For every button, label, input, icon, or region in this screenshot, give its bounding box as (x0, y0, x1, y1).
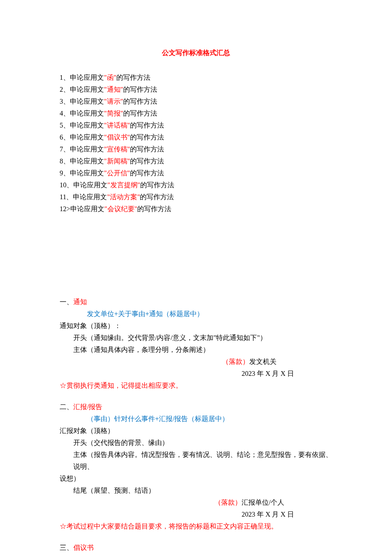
toc-keyword: 发言提纲 (110, 181, 138, 189)
toc-pre: 申论应用文 (70, 86, 104, 93)
section-1-note: ☆贯彻执行类通知，记得提出相应要求。 (60, 380, 332, 392)
toc-item: 9、申论应用文"公开信"的写作方法 (60, 167, 332, 179)
toc-keyword: 请示 (107, 98, 121, 105)
toc-num: 1、 (60, 74, 70, 81)
toc-suffix: 的写作方法 (130, 145, 164, 153)
toc-keyword: 通知 (107, 86, 121, 93)
section-2-sign-value: 汇报单位/个人 (242, 499, 284, 506)
toc-item: 3、申论应用文"请示"的写作方法 (60, 96, 332, 108)
section-1-signature: （落款）发文机关 (60, 356, 332, 368)
toc-num: 5、 (60, 122, 70, 129)
toc-suffix: 的写作方法 (130, 122, 164, 129)
toc-item: 6、申论应用文"倡议书"的写作方法 (60, 131, 332, 143)
toc-pre: 申论应用文 (70, 74, 104, 81)
toc-item: 2、申论应用文"通知"的写作方法 (60, 84, 332, 96)
section-2-kw: 汇报/报告 (73, 403, 102, 410)
toc-pre: 申论应用文 (70, 169, 104, 177)
section-3-num: 三、 (60, 544, 73, 551)
section-1-title-format: 发文单位+关于事由+通知（标题居中） (60, 308, 332, 320)
toc-num: 4、 (60, 110, 70, 117)
toc-item: 1、申论应用文"函"的写作方法 (60, 72, 332, 84)
section-1-target: 通知对象（顶格）： (60, 320, 332, 332)
toc-pre: 申论应用文 (70, 157, 104, 165)
toc-item: 5、申论应用文"讲话稿"的写作方法 (60, 119, 332, 131)
page: 公文写作标准格式汇总 1、申论应用文"函"的写作方法2、申论应用文"通知"的写作… (0, 0, 392, 555)
section-1-opening: 开头（通知缘由。交代背景/内容/意义，文末加"特此通知如下"） (60, 332, 332, 344)
toc-num: 9、 (60, 169, 70, 177)
toc-item: 4、申论应用文"简报"的写作方法 (60, 108, 332, 119)
toc-suffix: 的写作方法 (116, 74, 150, 81)
toc-item: 10、申论应用文"发言提纲"的写作方法 (60, 179, 332, 191)
toc-list: 1、申论应用文"函"的写作方法2、申论应用文"通知"的写作方法3、申论应用文"请… (60, 72, 332, 215)
toc-suffix: 的写作方法 (130, 169, 164, 177)
toc-item: 12>申论应用文"会议纪要"的写作方法 (60, 203, 332, 215)
toc-num: 8、 (60, 157, 70, 165)
toc-suffix: 的写作方法 (130, 157, 164, 165)
toc-pre: 申论应用文 (70, 122, 104, 129)
section-1-sign-label: （落款） (222, 358, 249, 365)
toc-pre: 申论应用文 (70, 98, 104, 105)
section-2-title-format: （事由）针对什么事件+汇报/报告（标题居中） (60, 413, 332, 425)
toc-suffix: 的写作方法 (140, 181, 174, 189)
toc-keyword: 函 (107, 74, 114, 81)
toc-keyword: 会议纪要 (107, 205, 135, 212)
toc-suffix: 的写作方法 (140, 193, 174, 200)
toc-suffix: 的写作方法 (123, 98, 157, 105)
toc-item: 11、申论应用文"活动方案"的写作方法 (60, 191, 332, 203)
toc-keyword: 公开信 (107, 169, 127, 177)
toc-pre: 申论应用文 (70, 205, 104, 212)
toc-num: 6、 (60, 134, 70, 141)
section-2-sign-label: （落款） (214, 499, 242, 506)
section-3-heading: 三、倡议书 (60, 542, 332, 554)
section-1-sign-value: 发文机关 (249, 358, 277, 365)
toc-pre: 申论应用文 (73, 193, 107, 200)
toc-pre: 申论应用文 (70, 134, 104, 141)
doc-title: 公文写作标准格式汇总 (60, 47, 332, 59)
section-2-note: ☆考试过程中大家要结合题目要求，将报告的标题和正文内容正确呈现。 (60, 520, 332, 532)
section-1-kw: 通知 (73, 298, 87, 305)
section-2-body-line1: 主体（报告具体内容。情况型报告，要有情况、说明、结论；意见型报告，要有依据、说明… (60, 449, 332, 473)
toc-keyword: 宣传稿 (107, 145, 127, 153)
section-2-ending: 结尾（展望、预测、结语） (60, 485, 332, 497)
toc-num: 2、 (60, 86, 70, 93)
section-1-num: 一、 (60, 298, 73, 305)
section-2-num: 二、 (60, 403, 73, 410)
toc-keyword: 讲话稿 (107, 122, 127, 129)
toc-suffix: 的写作方法 (137, 205, 171, 212)
toc-suffix: 的写作方法 (123, 86, 157, 93)
section-2-heading: 二、汇报/报告 (60, 401, 332, 413)
toc-keyword: 倡议书 (107, 134, 127, 141)
section-2-target: 汇报对象（顶格） (60, 425, 332, 437)
toc-pre: 申论应用文 (70, 145, 104, 153)
section-2-body-line2: 设想） (60, 473, 332, 485)
toc-pre: 申论应用文 (73, 181, 107, 189)
toc-keyword: 活动方案 (110, 193, 137, 200)
toc-num: 12> (60, 205, 70, 212)
toc-keyword: 简报 (107, 110, 121, 117)
section-3-kw: 倡议书 (73, 544, 94, 551)
toc-num: 11、 (60, 193, 73, 200)
toc-item: 8、申论应用文"新闻稿"的写作方法 (60, 155, 332, 167)
toc-suffix: 的写作方法 (123, 110, 157, 117)
section-2-date: 2023 年 X 月 X 日 (60, 509, 332, 520)
section-2-opening: 开头（交代报告的背景、缘由） (60, 437, 332, 449)
toc-pre: 申论应用文 (70, 110, 104, 117)
toc-item: 7、申论应用文"宣传稿"的写作方法 (60, 143, 332, 155)
toc-suffix: 的写作方法 (130, 134, 164, 141)
section-2-signature: （落款）汇报单位/个人 (60, 497, 332, 509)
toc-num: 7、 (60, 145, 70, 153)
toc-num: 10、 (60, 181, 73, 189)
toc-num: 3、 (60, 98, 70, 105)
section-1-heading: 一、通知 (60, 296, 332, 308)
section-1-date: 2023 年 X 月 X 日 (60, 368, 332, 380)
toc-keyword: 新闻稿 (107, 157, 127, 165)
section-1-body: 主体（通知具体内容，条理分明，分条阐述） (60, 344, 332, 356)
